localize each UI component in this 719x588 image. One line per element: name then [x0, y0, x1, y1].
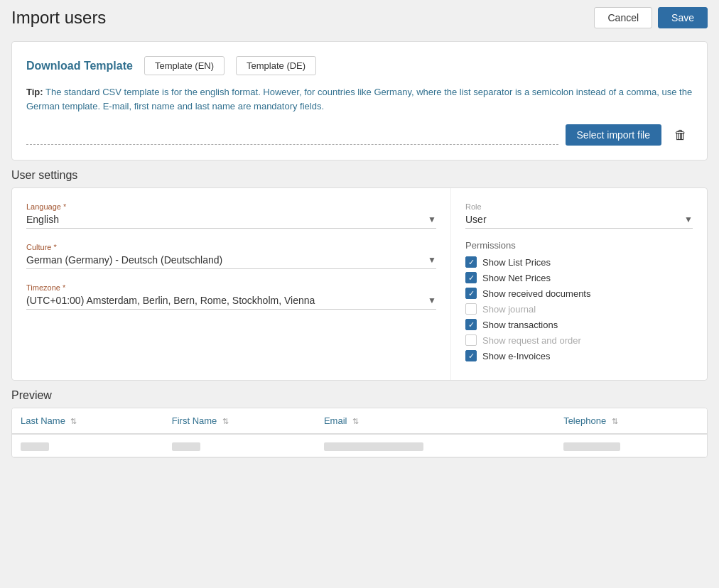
preview-header-row: Last Name ⇅First Name ⇅Email ⇅Telephone …	[12, 408, 707, 434]
page-title: Import users	[11, 8, 106, 28]
timezone-label: Timezone *	[26, 283, 436, 292]
permission-checkbox-2[interactable]	[465, 288, 477, 299]
permission-label-4: Show transactions	[482, 320, 558, 330]
permission-checkbox-1[interactable]	[465, 272, 477, 283]
table-cell-0-1	[163, 434, 315, 457]
permission-label-0: Show List Prices	[482, 257, 551, 268]
page-header: Import users Cancel Save	[0, 0, 719, 36]
sort-icon: ⇅	[70, 417, 77, 425]
header-buttons: Cancel Save	[594, 7, 708, 28]
timezone-value: (UTC+01:00) Amsterdam, Berlin, Bern, Rom…	[26, 295, 428, 306]
file-upload-row: Select import file 🗑	[26, 124, 693, 146]
role-value: User	[465, 214, 684, 225]
language-value: English	[26, 214, 428, 225]
preview-table: Last Name ⇅First Name ⇅Email ⇅Telephone …	[12, 408, 707, 457]
preview-card: Last Name ⇅First Name ⇅Email ⇅Telephone …	[11, 408, 708, 458]
permission-checkbox-5[interactable]	[465, 334, 477, 346]
language-select[interactable]: English ▼	[26, 214, 436, 229]
placeholder-bar	[21, 442, 49, 451]
permission-checkbox-3[interactable]	[465, 303, 477, 315]
permission-item[interactable]: Show journal	[465, 303, 693, 315]
timezone-group: Timezone * (UTC+01:00) Amsterdam, Berlin…	[26, 283, 436, 310]
role-select[interactable]: User ▼	[465, 214, 693, 229]
tip-content-2: Germany	[374, 87, 411, 97]
permissions-list: Show List PricesShow Net PricesShow rece…	[465, 256, 693, 361]
sort-icon: ⇅	[612, 417, 618, 425]
permission-checkbox-4[interactable]	[465, 319, 477, 330]
user-settings-heading: User settings	[11, 169, 708, 182]
table-row	[12, 434, 707, 457]
role-dropdown-arrow: ▼	[684, 214, 693, 224]
sort-icon: ⇅	[352, 417, 359, 425]
timezone-select[interactable]: (UTC+01:00) Amsterdam, Berlin, Bern, Rom…	[26, 295, 436, 310]
preview-col-3[interactable]: Telephone ⇅	[555, 408, 707, 434]
download-template-title: Download Template	[26, 60, 133, 72]
save-button[interactable]: Save	[658, 7, 708, 28]
tip-label: Tip:	[26, 87, 43, 97]
select-import-file-button[interactable]: Select import file	[566, 124, 661, 146]
delete-file-button[interactable]: 🗑	[669, 125, 693, 146]
placeholder-bar	[324, 442, 423, 451]
template-de-button[interactable]: Template (DE)	[236, 56, 316, 75]
trash-icon: 🗑	[674, 128, 687, 142]
table-cell-0-3	[555, 434, 707, 457]
preview-col-1[interactable]: First Name ⇅	[163, 408, 315, 434]
permissions-title: Permissions	[465, 240, 693, 251]
preview-col-2[interactable]: Email ⇅	[315, 408, 555, 434]
permission-label-1: Show Net Prices	[482, 273, 551, 283]
table-cell-0-0	[12, 434, 163, 457]
tip-text: Tip: The standard CSV template is for th…	[26, 85, 693, 113]
table-cell-0-2	[315, 434, 555, 457]
download-template-row: Download Template Template (EN) Template…	[26, 56, 693, 75]
settings-right: Role User ▼ Permissions Show List Prices…	[451, 188, 707, 380]
culture-dropdown-arrow: ▼	[428, 255, 436, 265]
preview-col-0[interactable]: Last Name ⇅	[12, 408, 163, 434]
culture-group: Culture * German (Germany) - Deutsch (De…	[26, 243, 436, 269]
role-label: Role	[465, 202, 693, 211]
placeholder-bar	[172, 442, 200, 451]
timezone-dropdown-arrow: ▼	[428, 295, 436, 305]
permission-item[interactable]: Show e-Invoices	[465, 350, 693, 361]
permission-item[interactable]: Show received documents	[465, 288, 693, 299]
language-group: Language * English ▼	[26, 202, 436, 229]
language-dropdown-arrow: ▼	[428, 214, 436, 224]
preview-heading: Preview	[11, 389, 708, 402]
language-label: Language *	[26, 202, 436, 211]
culture-label: Culture *	[26, 243, 436, 251]
permission-item[interactable]: Show request and order	[465, 334, 693, 346]
user-settings-card: Language * English ▼ Culture * German (G…	[11, 187, 708, 381]
permission-label-3: Show journal	[482, 304, 536, 315]
permission-label-6: Show e-Invoices	[482, 351, 550, 361]
permission-label-2: Show received documents	[482, 288, 590, 299]
permission-checkbox-6[interactable]	[465, 350, 477, 361]
permission-item[interactable]: Show transactions	[465, 319, 693, 330]
sort-icon: ⇅	[222, 417, 229, 425]
permission-label-5: Show request and order	[482, 335, 581, 346]
template-en-button[interactable]: Template (EN)	[144, 56, 225, 75]
culture-value: German (Germany) - Deutsch (Deutschland)	[26, 254, 428, 266]
permission-item[interactable]: Show List Prices	[465, 256, 693, 268]
tip-content: The standard CSV template is for the eng…	[45, 87, 374, 97]
cancel-button[interactable]: Cancel	[594, 7, 652, 28]
settings-left: Language * English ▼ Culture * German (G…	[12, 188, 451, 380]
permission-item[interactable]: Show Net Prices	[465, 272, 693, 283]
placeholder-bar	[563, 442, 620, 451]
download-template-card: Download Template Template (EN) Template…	[11, 41, 708, 160]
permission-checkbox-0[interactable]	[465, 256, 477, 268]
culture-select[interactable]: German (Germany) - Deutsch (Deutschland)…	[26, 254, 436, 269]
file-name-area	[26, 125, 558, 145]
preview-body	[12, 434, 707, 457]
